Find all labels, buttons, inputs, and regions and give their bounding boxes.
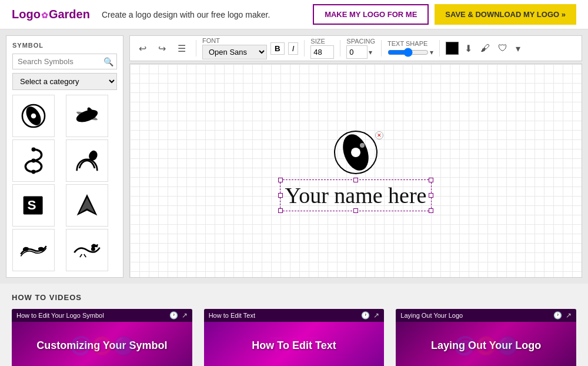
symbol-item[interactable] <box>66 95 108 137</box>
color-swatch[interactable] <box>446 42 459 55</box>
resize-handle-mr[interactable] <box>429 193 433 198</box>
symbol-item[interactable] <box>66 229 108 271</box>
text-icon-button[interactable]: ☰ <box>173 40 190 57</box>
text-shape-dropdown[interactable]: ▾ <box>430 48 433 56</box>
undo-button[interactable]: ↩ <box>135 40 151 57</box>
svg-text:S: S <box>28 198 36 212</box>
symbol-grid: S <box>12 95 117 271</box>
svg-point-6 <box>32 159 36 163</box>
main-editor: SYMBOL 🔍 Select a category Animals Abstr… <box>0 29 588 284</box>
redo-button[interactable]: ↪ <box>154 40 170 57</box>
logo-area: Logo✿Garden <box>12 8 90 21</box>
toolbar-divider-3 <box>340 40 340 56</box>
more-icon-button[interactable]: ▾ <box>513 42 523 55</box>
svg-point-2 <box>31 114 36 119</box>
svg-point-8 <box>32 170 36 174</box>
video-top-icons-3: 🕐 ↗ <box>553 311 572 320</box>
category-select[interactable]: Select a category Animals Abstract Busin… <box>12 73 117 90</box>
clock-icon-1: 🕐 <box>169 311 178 320</box>
spacing-input[interactable] <box>346 45 368 59</box>
symbol-panel: SYMBOL 🔍 Select a category Animals Abstr… <box>6 35 123 278</box>
video-bg-icons-3: 🌀⭕🔵 <box>396 322 576 366</box>
video-title-1: How to Edit Your Logo Symbol <box>16 312 104 319</box>
logo-brand: Logo✿Garden <box>12 8 90 21</box>
video-thumbnail-1[interactable]: 🌀⭕🔵 Customizing Your Symbol <box>12 322 192 366</box>
symbol-item[interactable] <box>12 139 55 182</box>
resize-handle-tr[interactable] <box>429 178 433 182</box>
save-logo-button[interactable]: SAVE & DOWNLOAD MY LOGO » <box>435 4 576 25</box>
size-section: SIZE <box>310 38 334 59</box>
symbol-item[interactable] <box>66 184 108 227</box>
svg-point-19 <box>351 148 360 157</box>
spacing-dropdown[interactable]: ▾ <box>369 48 372 56</box>
spacing-section: SPACING ▾ <box>346 38 375 59</box>
editor-area: ↩ ↪ ☰ FONT Open Sans Arial Times New Rom… <box>129 35 582 278</box>
download-icon-button[interactable]: ⬇ <box>462 42 475 55</box>
svg-point-20 <box>360 143 365 148</box>
symbol-item[interactable] <box>66 139 108 182</box>
bold-button[interactable]: B <box>270 42 285 55</box>
italic-button[interactable]: I <box>288 42 299 55</box>
video-title-3: Laying Out Your Logo <box>400 312 463 319</box>
header-tagline: Create a logo design with our free logo … <box>102 10 313 19</box>
font-select[interactable]: Open Sans Arial Times New Roman <box>202 45 267 59</box>
toolbar: ↩ ↪ ☰ FONT Open Sans Arial Times New Rom… <box>129 35 582 61</box>
shield-icon-button[interactable]: 🛡 <box>496 42 510 55</box>
search-input-wrap: 🔍 <box>12 54 117 69</box>
toolbar-divider <box>196 40 196 56</box>
svg-point-7 <box>32 147 36 151</box>
logo-symbol[interactable]: ✕ <box>329 130 382 177</box>
resize-handle-tl[interactable] <box>278 178 283 182</box>
video-card-3[interactable]: Laying Out Your Logo 🕐 ↗ 🌀⭕🔵 Laying Out … <box>396 309 576 366</box>
video-top-icons-1: 🕐 ↗ <box>169 311 188 320</box>
text-shape-label: TEXT SHAPE <box>387 40 433 47</box>
clock-icon-3: 🕐 <box>553 311 562 320</box>
how-to-title: HOW TO VIDEOS <box>12 293 576 302</box>
logo-text-wrap[interactable]: Your name here <box>280 179 432 211</box>
resize-handle-tm[interactable] <box>353 178 358 182</box>
symbol-panel-title: SYMBOL <box>12 42 117 49</box>
share-icon-3: ↗ <box>566 311 572 320</box>
font-label: FONT <box>202 37 220 44</box>
spacing-label: SPACING <box>346 38 375 45</box>
resize-handle-bl[interactable] <box>278 208 283 213</box>
video-bg-icons-1: 🌀⭕🔵 <box>12 322 192 366</box>
toolbar-divider-2 <box>304 40 305 56</box>
how-to-section: HOW TO VIDEOS How to Edit Your Logo Symb… <box>0 284 588 366</box>
header: Logo✿Garden Create a logo design with ou… <box>0 0 588 29</box>
video-card-1[interactable]: How to Edit Your Logo Symbol 🕐 ↗ 🌀⭕🔵 Cus… <box>12 309 192 366</box>
logo-text[interactable]: Your name here <box>285 182 427 208</box>
video-top-bar-2: How to Edit Text 🕐 ↗ <box>204 309 385 322</box>
text-shape-slider[interactable] <box>387 48 429 57</box>
toolbar-divider-4 <box>381 40 382 56</box>
video-top-bar-1: How to Edit Your Logo Symbol 🕐 ↗ <box>12 309 192 322</box>
symbol-delete-button[interactable]: ✕ <box>375 131 383 139</box>
search-icon: 🔍 <box>103 57 113 66</box>
canvas-area[interactable]: ✕ Your name here <box>129 64 582 278</box>
size-input[interactable] <box>310 45 334 59</box>
symbol-item[interactable]: S <box>12 184 55 227</box>
symbol-item[interactable] <box>12 95 55 137</box>
search-input[interactable] <box>12 54 117 69</box>
resize-handle-br[interactable] <box>429 208 433 213</box>
canvas-content: ✕ Your name here <box>280 130 432 211</box>
svg-marker-13 <box>79 198 95 213</box>
make-logo-button[interactable]: MAKE MY LOGO FOR ME <box>313 4 429 25</box>
video-bg-icons-2: T A T <box>204 322 385 366</box>
share-icon-1: ↗ <box>182 311 188 320</box>
clock-icon-2: 🕐 <box>361 311 370 320</box>
paint-icon-button[interactable]: 🖌 <box>478 42 492 55</box>
video-thumbnail-3[interactable]: 🌀⭕🔵 Laying Out Your Logo <box>396 322 576 366</box>
resize-handle-ml[interactable] <box>278 193 283 198</box>
videos-row: How to Edit Your Logo Symbol 🕐 ↗ 🌀⭕🔵 Cus… <box>12 309 576 366</box>
symbol-item[interactable] <box>12 229 55 271</box>
video-card-2[interactable]: How to Edit Text 🕐 ↗ T A T How To Edit T… <box>204 309 385 366</box>
toolbar-divider-5 <box>439 40 440 56</box>
video-title-2: How to Edit Text <box>209 312 255 319</box>
font-section: FONT Open Sans Arial Times New Roman <box>202 37 267 59</box>
share-icon-2: ↗ <box>373 311 379 320</box>
resize-handle-bm[interactable] <box>353 208 358 213</box>
video-thumbnail-2[interactable]: T A T How To Edit Text <box>204 322 385 366</box>
video-top-bar-3: Laying Out Your Logo 🕐 ↗ <box>396 309 576 322</box>
size-label: SIZE <box>310 38 325 45</box>
